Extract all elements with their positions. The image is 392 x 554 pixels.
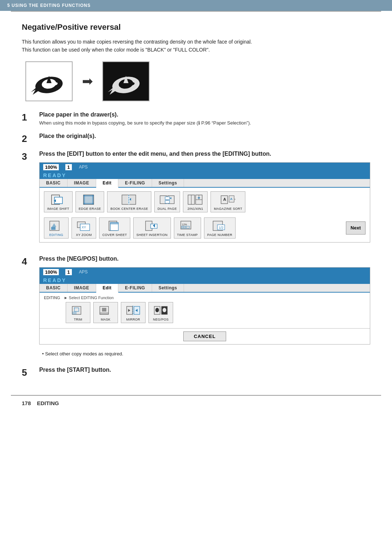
btn-xy-zoom[interactable]: XY XY ZOOM — [72, 217, 96, 239]
svg-rect-22 — [92, 195, 94, 204]
panel2-ready: READY — [40, 277, 370, 284]
step-5-content: Press the [START] button. — [39, 367, 370, 375]
step-4-content: Press the [NEG/POS] button. 100% 1 APS R… — [39, 256, 370, 360]
tab-basic[interactable]: BASIC — [40, 179, 68, 187]
svg-rect-68 — [100, 312, 109, 314]
book-center-icon — [121, 194, 137, 206]
header-label: 5 USING THE EDITING FUNCTIONS — [7, 3, 91, 8]
btn-cover-sheet[interactable]: COVER SHEET — [99, 217, 130, 239]
svg-rect-19 — [83, 195, 94, 196]
svg-marker-43 — [234, 198, 236, 201]
bullet-item: • Select other copy modes as required. — [42, 351, 370, 357]
panel2-tabs: BASIC IMAGE Edit E-FILING Settings — [40, 284, 370, 293]
p2-tab-settings[interactable]: Settings — [152, 284, 184, 292]
step-1: 1 Place paper in the drawer(s). When usi… — [22, 111, 370, 127]
btn-xy-zoom-label: XY ZOOM — [76, 233, 91, 237]
btn-trim-label: TRIM — [74, 318, 82, 321]
svg-rect-31 — [165, 200, 170, 203]
step-2: 2 Place the original(s). — [22, 133, 370, 144]
section-title: Negative/Positive reversal — [22, 23, 370, 32]
btn-dual-page[interactable]: DUAL PAGE — [154, 191, 180, 212]
svg-rect-21 — [83, 195, 85, 204]
p2-tab-basic[interactable]: BASIC — [40, 284, 68, 292]
step-5-title: Press the [START] button. — [39, 367, 370, 373]
svg-text:12%: 12% — [182, 223, 187, 226]
btn-book-center[interactable]: BOOK CENTER ERASE — [107, 191, 151, 212]
step-2-title: Place the original(s). — [39, 133, 370, 139]
select-editing-text: ► Select EDITING Function — [64, 296, 114, 300]
btn-page-number-label: PAGE NUMBER — [207, 233, 232, 237]
panel1-aps: APS — [79, 164, 88, 170]
step-4-number: 4 — [22, 256, 33, 267]
svg-rect-20 — [83, 203, 94, 204]
tab-efiling[interactable]: E-FILING — [118, 179, 152, 187]
svg-text:1/2: 1/2 — [219, 226, 224, 229]
tab-image[interactable]: IMAGE — [68, 179, 96, 187]
btn-2in1-label: 2IN1/4IN1 — [188, 207, 203, 211]
btn-time-stamp[interactable]: 12% 00:00 TIME STAMP — [174, 217, 201, 239]
btn-dual-page-label: DUAL PAGE — [158, 207, 177, 211]
mask-icon — [98, 304, 114, 317]
tab-edit[interactable]: Edit — [96, 179, 119, 188]
xy-zoom-icon: XY — [76, 220, 92, 232]
cancel-button[interactable]: CANCEL — [183, 331, 226, 341]
step-3: 3 Press the [EDIT] button to enter the e… — [22, 151, 370, 249]
btn-magazine-sort-label: MAGAZINE SORT — [214, 207, 242, 211]
svg-rect-67 — [102, 308, 106, 311]
btn-magazine-sort[interactable]: A A MAGAZINE SORT — [211, 191, 245, 212]
mag-sort-icon: A A — [220, 194, 236, 206]
step-3-content: Press the [EDIT] button to enter the edi… — [39, 151, 370, 249]
edge-erase-icon — [82, 194, 98, 206]
panel2-copies: 1 — [65, 269, 72, 275]
footer: 178 EDITING — [0, 396, 392, 411]
main-content: Negative/Positive reversal This function… — [0, 12, 392, 395]
time-stamp-icon: 12% 00:00 — [179, 220, 195, 232]
trim-icon — [70, 304, 86, 317]
btn-2in1[interactable]: 2IN1/4IN1 — [183, 191, 208, 212]
step-1-title: Place paper in the drawer(s). — [39, 111, 370, 118]
btn-editing[interactable]: EDITING — [44, 217, 69, 239]
p2-tab-efiling[interactable]: E-FILING — [118, 284, 152, 292]
svg-marker-38 — [198, 197, 200, 199]
btn-image-shift[interactable]: IMAGE SHIFT — [44, 191, 73, 212]
btn-cover-sheet-label: COVER SHEET — [102, 233, 127, 237]
editing-breadcrumb: EDITING ► Select EDITING Function — [44, 296, 366, 300]
btn-neg-pos[interactable]: NEG/POS — [148, 302, 173, 323]
svg-rect-30 — [165, 197, 170, 200]
btn-sheet-insertion-label: SHEET INSERTION — [136, 233, 168, 237]
btn-page-number[interactable]: 1/2 PAGE NUMBER — [204, 217, 236, 239]
ui-panel-1: 100% 1 APS READY BASIC IMAGE Edit E-FILI… — [39, 162, 370, 243]
btn-image-shift-label: IMAGE SHIFT — [47, 207, 69, 211]
svg-text:A: A — [223, 197, 226, 201]
step-2-content: Place the original(s). — [39, 133, 370, 141]
btn-edge-erase[interactable]: EDGE ERASE — [75, 191, 105, 212]
next-button[interactable]: Next — [346, 221, 366, 235]
step-1-content: Place paper in the drawer(s). When using… — [39, 111, 370, 127]
panel1-header: 100% 1 APS — [40, 163, 370, 172]
mirror-icon — [125, 304, 141, 317]
footer-page: 178 — [22, 400, 31, 406]
step-4-title: Press the [NEG/POS] button. — [39, 256, 370, 262]
btn-sheet-insertion[interactable]: SHEET INSERTION — [133, 217, 171, 239]
btn-mask[interactable]: MASK — [93, 302, 118, 323]
step-3-number: 3 — [22, 151, 33, 162]
panel2-aps: APS — [79, 269, 88, 274]
whale-inverted — [102, 61, 150, 101]
intro-line2: This function can be used only when the … — [22, 46, 370, 54]
p2-tab-edit[interactable]: Edit — [96, 284, 119, 293]
p2-tab-image[interactable]: IMAGE — [68, 284, 96, 292]
neg-pos-icon — [153, 304, 169, 317]
btn-trim[interactable]: TRIM — [66, 302, 90, 323]
step-3-title: Press the [EDIT] button to enter the edi… — [39, 151, 370, 157]
step-5-number: 5 — [22, 367, 33, 378]
step-5: 5 Press the [START] button. — [22, 367, 370, 378]
svg-text:A: A — [230, 197, 233, 201]
panel1-row1: IMAGE SHIFT — [40, 188, 370, 216]
tab-settings[interactable]: Settings — [152, 179, 184, 187]
2in1-icon — [187, 194, 203, 206]
btn-mirror[interactable]: MIRROR — [121, 302, 146, 323]
whale-original — [25, 61, 73, 101]
panel2-body: EDITING ► Select EDITING Function — [40, 293, 370, 328]
editing-icon — [48, 220, 64, 232]
panel1-copies: 1 — [65, 164, 72, 170]
